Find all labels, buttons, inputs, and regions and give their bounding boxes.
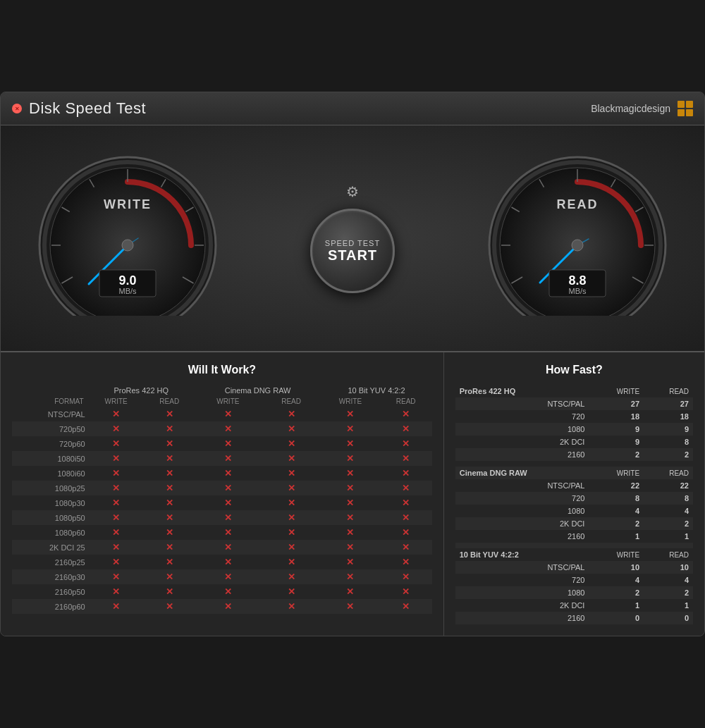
- x-mark: ✕: [224, 424, 232, 434]
- list-item: 720 18 18: [455, 410, 693, 423]
- hf-row-label: 2K DCI: [455, 517, 589, 530]
- x-cell: ✕: [380, 407, 432, 421]
- col-read-3: READ: [380, 396, 432, 407]
- x-mark: ✕: [112, 483, 120, 493]
- x-mark: ✕: [166, 601, 173, 612]
- x-cell: ✕: [262, 421, 321, 436]
- x-cell: ✕: [88, 510, 145, 525]
- x-mark: ✕: [224, 527, 232, 538]
- svg-text:9.0: 9.0: [118, 273, 136, 288]
- x-mark: ✕: [166, 527, 173, 538]
- x-mark: ✕: [346, 438, 354, 449]
- x-mark: ✕: [346, 527, 354, 538]
- x-mark: ✕: [288, 468, 295, 479]
- x-mark: ✕: [112, 572, 120, 582]
- hf-row-label: 1080: [455, 586, 589, 599]
- group-header-prores: ProRes 422 HQ: [88, 385, 195, 396]
- hf-read-val: 1: [644, 530, 693, 543]
- x-cell: ✕: [88, 599, 145, 614]
- x-mark: ✕: [402, 438, 410, 449]
- table-row: 2160p25✕✕✕✕✕✕: [12, 555, 432, 569]
- x-mark: ✕: [346, 409, 354, 419]
- col-format-header: FORMAT: [12, 396, 88, 407]
- x-cell: ✕: [380, 584, 432, 599]
- hf-row-label: NTSC/PAL: [455, 561, 589, 574]
- x-cell: ✕: [145, 599, 195, 614]
- x-mark: ✕: [166, 586, 173, 597]
- x-cell: ✕: [145, 407, 195, 421]
- x-mark: ✕: [224, 542, 232, 553]
- x-cell: ✕: [262, 510, 321, 525]
- hf-group-header: 10 Bit YUV 4:2:2: [455, 548, 589, 561]
- x-mark: ✕: [288, 586, 295, 597]
- hf-read-val: 1: [644, 599, 693, 612]
- x-cell: ✕: [321, 599, 379, 614]
- x-mark: ✕: [166, 498, 173, 508]
- hf-write-val: 2: [589, 448, 644, 461]
- list-item: 2K DCI 2 2: [455, 517, 693, 530]
- hf-write-val: 18: [589, 410, 644, 423]
- x-cell: ✕: [262, 451, 321, 466]
- x-mark: ✕: [224, 498, 232, 508]
- col-write-3: WRITE: [321, 396, 379, 407]
- x-mark: ✕: [288, 483, 295, 493]
- x-cell: ✕: [195, 555, 262, 569]
- format-name: 2160p50: [12, 584, 88, 599]
- x-mark: ✕: [346, 512, 354, 523]
- x-mark: ✕: [224, 512, 232, 523]
- hf-col-write: WRITE: [589, 548, 644, 561]
- x-cell: ✕: [195, 421, 262, 436]
- x-cell: ✕: [145, 569, 195, 584]
- hf-col-read: READ: [644, 548, 693, 561]
- x-cell: ✕: [380, 436, 432, 451]
- format-name: 2160p25: [12, 555, 88, 569]
- close-button[interactable]: ✕: [12, 104, 22, 113]
- table-row: 720p60✕✕✕✕✕✕: [12, 436, 432, 451]
- x-mark: ✕: [112, 424, 120, 434]
- x-cell: ✕: [380, 510, 432, 525]
- x-mark: ✕: [346, 557, 354, 567]
- x-mark: ✕: [112, 601, 120, 612]
- x-cell: ✕: [195, 584, 262, 599]
- x-cell: ✕: [195, 525, 262, 540]
- x-mark: ✕: [224, 468, 232, 479]
- table-row: 720p50✕✕✕✕✕✕: [12, 421, 432, 436]
- will-it-work-title: Will It Work?: [12, 364, 432, 376]
- start-button[interactable]: SPEED TEST START: [310, 209, 395, 293]
- list-item: NTSC/PAL 10 10: [455, 561, 693, 574]
- x-mark: ✕: [166, 424, 173, 434]
- col-write-2: WRITE: [195, 396, 262, 407]
- svg-text:8.8: 8.8: [568, 273, 586, 288]
- table-row: 1080p30✕✕✕✕✕✕: [12, 495, 432, 510]
- x-cell: ✕: [88, 466, 145, 481]
- list-item: 2K DCI 1 1: [455, 599, 693, 612]
- x-mark: ✕: [288, 409, 295, 419]
- x-cell: ✕: [321, 421, 379, 436]
- table-row: 2160p30✕✕✕✕✕✕: [12, 569, 432, 584]
- table-row: NTSC/PAL✕✕✕✕✕✕: [12, 407, 432, 421]
- x-mark: ✕: [346, 483, 354, 493]
- x-mark: ✕: [288, 498, 295, 508]
- x-mark: ✕: [402, 542, 410, 553]
- x-mark: ✕: [224, 557, 232, 567]
- logo-sq-3: [678, 109, 685, 116]
- hf-read-val: 2: [644, 517, 693, 530]
- gauges-section: WRITE 9.0 MB/s ⚙ SPEED TEST START: [1, 125, 704, 352]
- x-cell: ✕: [380, 451, 432, 466]
- x-cell: ✕: [380, 569, 432, 584]
- x-cell: ✕: [321, 525, 379, 540]
- hf-read-val: 0: [644, 612, 693, 624]
- logo-area: Blackmagicdesign: [591, 101, 693, 116]
- hf-row-label: 2160: [455, 612, 589, 624]
- settings-icon[interactable]: ⚙: [346, 183, 359, 200]
- hf-read-val: 4: [644, 574, 693, 586]
- hf-row-label: 2K DCI: [455, 599, 589, 612]
- hf-col-write: WRITE: [589, 467, 644, 479]
- table-row: 1080p50✕✕✕✕✕✕: [12, 510, 432, 525]
- read-gauge: READ 8.8 MB/s: [479, 147, 676, 330]
- x-mark: ✕: [288, 453, 295, 464]
- svg-text:READ: READ: [556, 197, 598, 211]
- col-read-2: READ: [262, 396, 321, 407]
- x-mark: ✕: [402, 498, 410, 508]
- x-cell: ✕: [321, 495, 379, 510]
